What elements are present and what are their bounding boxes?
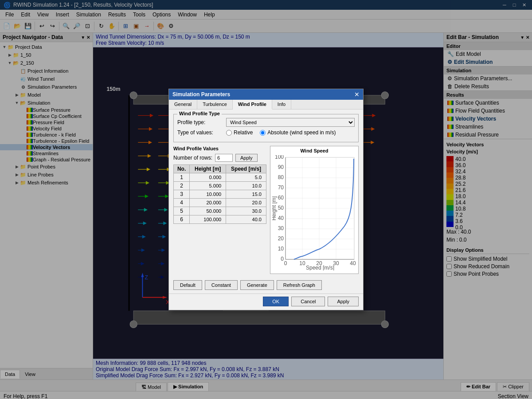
cell-speed-3[interactable] [226, 190, 266, 199]
table-row-5: 5 [174, 207, 266, 215]
svg-text:100: 100 [275, 155, 284, 160]
radio-relative[interactable] [226, 130, 232, 136]
values-section-title: Wind Profile Values [173, 146, 266, 151]
profile-type-control: Wind Speed Power Law Log Law [226, 118, 355, 127]
svg-text:50: 50 [278, 205, 284, 211]
wind-table-area: Wind Profile Values Number of rows: Appl… [173, 146, 359, 274]
modal-footer: OK Cancel Apply [169, 293, 363, 310]
svg-text:Height [m]: Height [m] [272, 196, 277, 221]
svg-text:70: 70 [278, 184, 284, 191]
svg-text:60: 60 [278, 195, 284, 201]
default-button[interactable]: Default [173, 280, 202, 290]
svg-text:40: 40 [350, 260, 356, 266]
profile-type-select[interactable]: Wind Speed Power Law Log Law [226, 118, 355, 127]
cell-speed-6[interactable] [226, 215, 266, 224]
modal-tab-turbulence[interactable]: Turbulence [197, 100, 233, 109]
values-radio-group: Relative Absolute (wind speed in m/s) [226, 129, 355, 136]
generate-button[interactable]: Generate [240, 280, 274, 290]
type-of-values-row: Type of values: Relative Absolute (wind … [177, 129, 355, 136]
wind-table-container: Wind Profile Values Number of rows: Appl… [173, 146, 266, 274]
modal-close-button[interactable]: ✕ [354, 91, 360, 98]
refresh-graph-button[interactable]: Refresh Graph [277, 280, 322, 290]
cell-no-2: 2 [174, 182, 190, 190]
svg-text:80: 80 [278, 174, 284, 180]
type-of-values-label: Type of values: [177, 129, 226, 136]
svg-text:10: 10 [278, 246, 284, 252]
table-row-1: 1 [174, 173, 266, 182]
cancel-button[interactable]: Cancel [291, 297, 325, 306]
cell-no-3: 3 [174, 190, 190, 199]
modal-tab-general[interactable]: General [169, 100, 197, 109]
radio-relative-label[interactable]: Relative [226, 129, 253, 136]
wind-speed-chart: Wind Speed [270, 146, 359, 274]
cell-no-5: 5 [174, 207, 190, 215]
profile-type-row: Profile type: Wind Speed Power Law Log L… [177, 118, 355, 127]
radio-relative-text: Relative [234, 129, 253, 136]
svg-text:30: 30 [278, 225, 284, 231]
cell-no-1: 1 [174, 173, 190, 182]
col-speed: Speed [m/s] [226, 165, 266, 173]
cell-no-6: 6 [174, 215, 190, 224]
modal-apply-button[interactable]: Apply [328, 297, 359, 306]
simulation-parameters-dialog: Simulation Parameters ✕ General Turbulen… [168, 89, 364, 310]
table-row-3: 3 [174, 190, 266, 199]
radio-absolute-text: Absolute (wind speed in m/s) [267, 129, 336, 136]
modal-body: Wind Profile Type Profile type: Wind Spe… [169, 110, 363, 278]
cell-height-1[interactable] [190, 173, 226, 182]
modal-overlay: Simulation Parameters ✕ General Turbulen… [0, 0, 532, 399]
table-row-6: 6 [174, 215, 266, 224]
svg-text:90: 90 [278, 164, 284, 170]
table-row-2: 2 [174, 182, 266, 190]
constant-button[interactable]: Constant [205, 280, 238, 290]
wind-profile-table: No. Height [m] Speed [m/s] 1 [173, 164, 266, 224]
cell-no-4: 4 [174, 199, 190, 207]
rows-row: Number of rows: Apply [173, 154, 266, 162]
profile-type-label: Profile type: [177, 119, 226, 125]
chart-title: Wind Speed [272, 148, 356, 153]
svg-text:10: 10 [299, 260, 305, 266]
col-no: No. [174, 165, 190, 173]
wind-chart-svg: 0 10 20 30 40 50 60 70 80 90 100 0 [272, 155, 356, 270]
svg-text:Speed [m/s]: Speed [m/s] [306, 265, 334, 270]
cell-height-2[interactable] [190, 182, 226, 190]
cell-height-4[interactable] [190, 199, 226, 207]
modal-tab-wind-profile[interactable]: Wind Profile [233, 100, 272, 110]
col-height: Height [m] [190, 165, 226, 173]
ok-button[interactable]: OK [263, 297, 289, 306]
modal-title: Simulation Parameters [172, 91, 230, 98]
wind-profile-type-label: Wind Profile Type [177, 111, 222, 116]
apply-button[interactable]: Apply [235, 154, 258, 162]
cell-height-5[interactable] [190, 207, 226, 215]
modal-action-buttons: Default Constant Generate Refresh Graph [169, 278, 363, 293]
radio-absolute-label[interactable]: Absolute (wind speed in m/s) [260, 129, 336, 136]
cell-speed-5[interactable] [226, 207, 266, 215]
cell-speed-1[interactable] [226, 173, 266, 182]
svg-text:0: 0 [281, 256, 284, 262]
modal-title-bar: Simulation Parameters ✕ [169, 89, 363, 100]
modal-tabs: General Turbulence Wind Profile Info [169, 100, 363, 110]
table-header-row: No. Height [m] Speed [m/s] [174, 165, 266, 173]
table-body: 1 2 3 [174, 173, 266, 224]
num-rows-label: Number of rows: [173, 155, 212, 161]
svg-text:0: 0 [284, 260, 287, 266]
cell-speed-2[interactable] [226, 182, 266, 190]
table-row-4: 4 [174, 199, 266, 207]
num-rows-input[interactable] [215, 154, 233, 162]
modal-tab-info[interactable]: Info [272, 100, 291, 109]
wind-profile-type-section: Wind Profile Type Profile type: Wind Spe… [173, 114, 359, 142]
svg-text:20: 20 [278, 235, 284, 242]
svg-text:40: 40 [278, 215, 284, 221]
cell-height-6[interactable] [190, 215, 226, 224]
cell-height-3[interactable] [190, 190, 226, 199]
cell-speed-4[interactable] [226, 199, 266, 207]
radio-absolute[interactable] [260, 130, 266, 136]
